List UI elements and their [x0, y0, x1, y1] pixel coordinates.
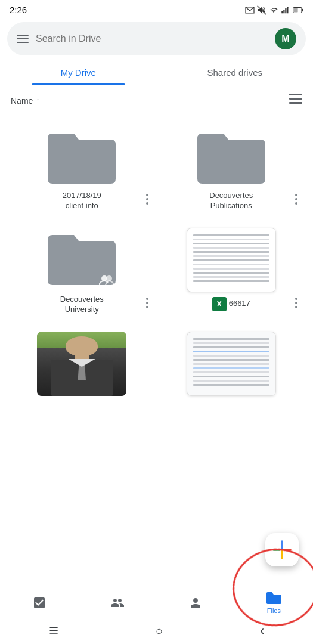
- checklist-icon: [32, 596, 47, 610]
- nav-item-files-list[interactable]: [21, 596, 57, 610]
- recents-button[interactable]: ☰: [49, 624, 58, 637]
- svg-rect-8: [289, 94, 302, 95]
- excel-thumbnail: [187, 228, 276, 292]
- system-bar: ☰ ○ ‹: [0, 618, 313, 644]
- files-grid: 2017/18/19client info DecouvertesPublica…: [0, 112, 313, 413]
- back-button[interactable]: ‹: [260, 623, 264, 639]
- folder-icon: [43, 126, 120, 186]
- sort-arrow: ↑: [36, 96, 40, 105]
- fab-button[interactable]: [265, 533, 299, 566]
- wifi-icon: [269, 7, 278, 14]
- people-icon: [110, 596, 125, 610]
- file-name: DecouvertesPublications: [209, 191, 253, 211]
- home-button[interactable]: ○: [156, 624, 163, 638]
- file-name: DecouvertesUniversity: [60, 295, 104, 315]
- file-item-photo-1[interactable]: [7, 322, 157, 408]
- more-options-folder-1[interactable]: [139, 191, 156, 208]
- gmail-icon: [245, 7, 255, 14]
- fab-plus-icon: [271, 539, 293, 561]
- status-bar: 2:26: [0, 0, 313, 17]
- file-item-folder-1[interactable]: 2017/18/19client info: [7, 117, 157, 218]
- shared-icon: [99, 274, 114, 285]
- file-item-folder-3[interactable]: DecouvertesUniversity: [7, 218, 157, 322]
- sort-button[interactable]: Name ↑: [11, 96, 40, 106]
- svg-rect-1: [281, 11, 283, 13]
- svg-rect-9: [289, 98, 302, 100]
- file-item-sheet-1[interactable]: [157, 322, 306, 408]
- more-options-folder-3[interactable]: [139, 295, 156, 311]
- tab-my-drive[interactable]: My Drive: [0, 60, 157, 85]
- svg-rect-4: [287, 7, 288, 13]
- svg-rect-3: [285, 8, 286, 13]
- avatar[interactable]: M: [275, 28, 296, 49]
- svg-rect-7: [294, 8, 298, 12]
- svg-rect-10: [289, 102, 302, 104]
- tab-shared-drives[interactable]: Shared drives: [157, 60, 314, 85]
- excel-badge: X: [212, 297, 227, 311]
- nav-label-files: Files: [267, 607, 281, 614]
- svg-rect-6: [302, 8, 303, 11]
- menu-button[interactable]: [17, 35, 29, 43]
- file-name-row: 2017/18/19client info: [12, 191, 152, 211]
- svg-rect-2: [283, 10, 284, 13]
- sort-row: Name ↑: [0, 85, 313, 112]
- file-name: 2017/18/19client info: [63, 191, 101, 211]
- bottom-nav: Files: [0, 586, 313, 618]
- search-bar[interactable]: M: [7, 22, 306, 55]
- file-item-excel-1[interactable]: X 66617: [157, 218, 306, 322]
- list-view-button[interactable]: [289, 94, 302, 107]
- signal-icon: [281, 7, 290, 14]
- file-name-row: DecouvertesUniversity: [12, 295, 152, 315]
- search-input[interactable]: [36, 33, 268, 44]
- file-name-row: DecouvertesPublications: [162, 191, 302, 211]
- file-name-row: X 66617: [162, 297, 302, 311]
- tabs: My Drive Shared drives: [0, 60, 313, 85]
- spreadsheet-thumbnail: [187, 332, 276, 396]
- nav-item-account[interactable]: [178, 596, 213, 610]
- nav-item-sharing[interactable]: [100, 596, 135, 610]
- person-icon: [188, 596, 203, 610]
- mute-icon: [257, 5, 266, 15]
- file-name: 66617: [229, 299, 250, 309]
- status-time: 2:26: [10, 5, 27, 15]
- photo-thumbnail: [37, 332, 126, 396]
- folder-icon: [193, 126, 270, 186]
- more-options-excel-1[interactable]: [288, 295, 305, 311]
- file-item-folder-2[interactable]: DecouvertesPublications: [157, 117, 306, 218]
- battery-icon: [293, 7, 303, 14]
- nav-item-files[interactable]: Files: [256, 591, 292, 614]
- status-icons: [245, 5, 303, 15]
- folder-blue-icon: [265, 591, 282, 605]
- more-options-folder-2[interactable]: [288, 191, 305, 208]
